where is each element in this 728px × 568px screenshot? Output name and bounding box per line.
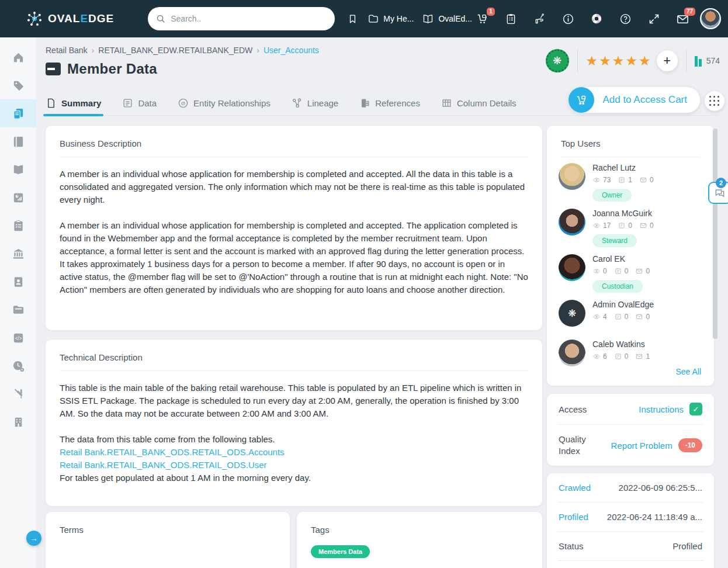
sidebar-item-tools[interactable] xyxy=(0,380,36,408)
top-user-row[interactable]: Carol EK 0 0 0 Custodian xyxy=(547,248,714,294)
bookmark-icon[interactable] xyxy=(345,12,359,26)
access-cart-circle-icon xyxy=(568,87,594,113)
avatar[interactable] xyxy=(559,340,585,366)
clipboard-icon xyxy=(12,219,25,233)
technical-description-body[interactable]: This table is the main table of the baki… xyxy=(46,371,542,495)
add-to-access-cart-button[interactable]: Add to Access Cart xyxy=(568,87,700,113)
info-icon[interactable] xyxy=(561,12,575,26)
sidebar-item-data-literacy[interactable] xyxy=(0,155,36,183)
tab-references[interactable]: References xyxy=(359,91,420,115)
business-description-card: Business Description A member is an indi… xyxy=(46,126,542,330)
avatar[interactable] xyxy=(559,209,585,235)
instructions-link[interactable]: Instructions xyxy=(639,404,684,414)
report-problem-link[interactable]: Report Problem xyxy=(611,441,672,451)
sidebar-item-reports[interactable] xyxy=(0,183,36,212)
popularity-icon xyxy=(695,55,702,67)
user-name[interactable]: Admin OvalEdge xyxy=(592,300,654,309)
entity-relationships-icon: @ xyxy=(178,98,189,109)
chat-badge: 2 xyxy=(716,178,726,188)
note-icon xyxy=(614,267,622,275)
access-cart-icon[interactable]: 1 xyxy=(475,12,489,26)
business-description-body[interactable]: A member is an individual whose applicat… xyxy=(46,157,542,307)
avatar[interactable] xyxy=(559,163,585,190)
catalog-icon xyxy=(12,107,25,120)
tab-summary[interactable]: Summary xyxy=(46,91,101,115)
role-badge: Steward xyxy=(592,234,637,247)
chat-button[interactable]: 2 xyxy=(708,182,728,204)
popularity-count: 574 xyxy=(706,56,720,65)
ovaledge-logo-icon xyxy=(26,10,43,27)
ovaledge-docs-link[interactable]: OvalEd... xyxy=(422,13,472,25)
top-user-row[interactable]: Joanna McGuirk 17 0 0 Steward xyxy=(547,203,714,248)
ovaledge-docs-label: OvalEd... xyxy=(438,14,472,23)
role-badge: Owner xyxy=(592,189,632,202)
user-name[interactable]: Carol EK xyxy=(592,254,650,264)
chat-icon xyxy=(714,187,726,199)
user-avatar[interactable] xyxy=(700,8,721,29)
folder-icon xyxy=(368,13,379,25)
user-name[interactable]: Joanna McGuirk xyxy=(592,209,654,218)
search-icon xyxy=(156,14,166,24)
avatar[interactable] xyxy=(559,254,585,281)
profiled-link[interactable]: Profiled xyxy=(559,512,588,522)
building-icon xyxy=(12,415,25,429)
nine-dot-menu-button[interactable] xyxy=(705,91,724,111)
search-input[interactable] xyxy=(171,14,317,23)
sidebar-item-projects[interactable] xyxy=(0,212,36,240)
expand-icon[interactable] xyxy=(647,12,661,26)
user-name[interactable]: Caleb Watkins xyxy=(592,340,650,349)
brand-logo[interactable]: OVALEDGE xyxy=(26,10,114,27)
sidebar-item-governance[interactable] xyxy=(0,240,36,268)
left-sidebar: </> xyxy=(0,37,36,568)
top-user-row[interactable]: ❋ Admin OvalEdge 4 0 0 xyxy=(547,294,714,328)
inbox-icon[interactable]: 77 xyxy=(675,12,689,26)
sidebar-item-tags[interactable] xyxy=(0,71,36,99)
sidebar-item-organization[interactable] xyxy=(0,408,36,436)
sidebar-item-data-catalog[interactable] xyxy=(0,99,36,127)
sidebar-item-query-sheet[interactable]: </> xyxy=(0,324,36,352)
feedback-icon[interactable] xyxy=(532,12,546,26)
tab-entity-relationships[interactable]: @ Entity Relationships xyxy=(178,91,271,115)
page-title: Member Data xyxy=(67,61,157,77)
eye-icon xyxy=(592,313,601,321)
tab-column-details[interactable]: Column Details xyxy=(441,91,516,115)
cart-badge: 1 xyxy=(487,8,495,16)
browser-extension-icon[interactable] xyxy=(590,12,604,26)
expand-sidebar-button[interactable]: → xyxy=(26,531,41,546)
access-card: Access Instructions ✓ Quality Index Repo… xyxy=(547,394,714,466)
breadcrumb-connection[interactable]: Retail Bank xyxy=(46,46,88,55)
svg-text:@: @ xyxy=(181,101,186,106)
avatar[interactable]: ❋ xyxy=(559,300,585,327)
access-check-icon[interactable]: ✓ xyxy=(689,403,702,415)
sidebar-item-jobs[interactable] xyxy=(0,352,36,380)
tasks-icon[interactable] xyxy=(504,12,518,26)
see-all-link[interactable]: See All xyxy=(675,367,701,376)
my-health-link[interactable]: My He... xyxy=(368,13,414,25)
star-rating[interactable]: ★★★★★ xyxy=(586,53,652,69)
breadcrumb-table-link[interactable]: User_Accounts xyxy=(264,46,319,55)
certification-badge[interactable]: ❋ xyxy=(546,49,569,72)
source-table-link-accounts[interactable]: Retail Bank.RETAIL_BANK_ODS.RETAIL_ODS.A… xyxy=(60,446,528,459)
sidebar-item-files[interactable] xyxy=(0,296,36,324)
user-name[interactable]: Rachel Lutz xyxy=(592,163,654,172)
technical-description-card: Technical Description This table is the … xyxy=(46,340,542,506)
tag-members-data[interactable]: Members Data xyxy=(311,545,370,558)
sidebar-item-business-glossary[interactable] xyxy=(0,127,36,155)
breadcrumb-schema[interactable]: RETAIL_BANK_EDW.RETAILBANK_EDW xyxy=(98,46,252,55)
summary-icon xyxy=(46,98,57,109)
sidebar-item-home[interactable] xyxy=(0,43,36,71)
tab-lineage[interactable]: Lineage xyxy=(292,91,338,115)
source-table-link-user[interactable]: Retail Bank.RETAIL_BANK_ODS.RETAIL_ODS.U… xyxy=(60,459,528,472)
top-user-row[interactable]: Rachel Lutz 73 1 0 Owner xyxy=(547,157,714,203)
add-rating-button[interactable]: + xyxy=(657,50,678,71)
global-search[interactable] xyxy=(148,7,335,30)
open-book-icon xyxy=(12,163,25,176)
tab-data[interactable]: Data xyxy=(122,91,157,115)
crawled-link[interactable]: Crawled xyxy=(559,483,591,493)
top-user-row[interactable]: Caleb Watkins 6 0 1 xyxy=(547,328,714,368)
sidebar-item-contacts[interactable] xyxy=(0,268,36,296)
breadcrumb: Retail Bank › RETAIL_BANK_EDW.RETAILBANK… xyxy=(46,46,319,55)
help-icon[interactable] xyxy=(618,12,632,26)
vertical-scrollbar[interactable] xyxy=(713,129,717,339)
note-icon xyxy=(614,352,622,361)
